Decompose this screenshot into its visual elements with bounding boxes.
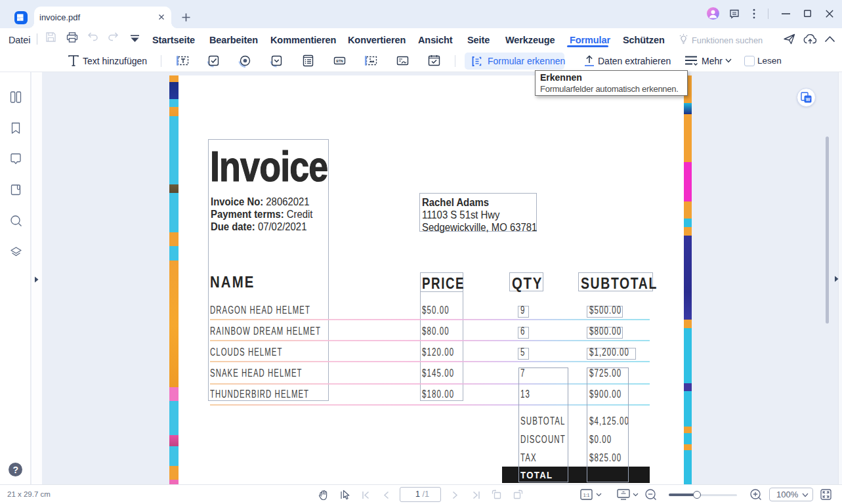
svg-text:1:1: 1:1 bbox=[583, 493, 590, 497]
svg-text:BTN: BTN bbox=[336, 59, 343, 63]
svg-text:W: W bbox=[806, 97, 810, 102]
